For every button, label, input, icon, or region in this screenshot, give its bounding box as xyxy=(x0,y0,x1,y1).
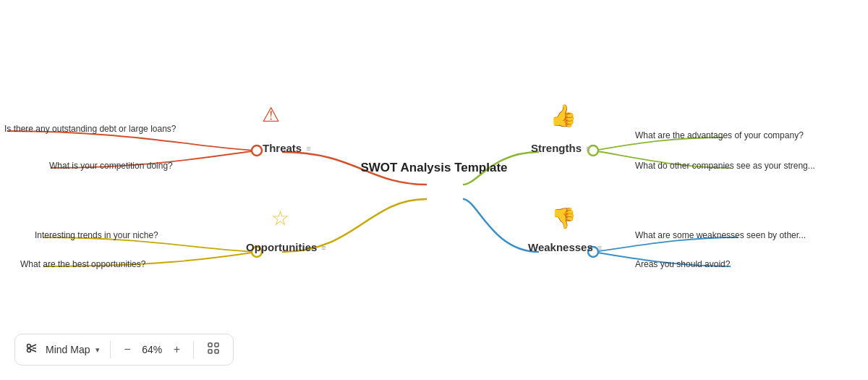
svg-point-4 xyxy=(27,344,31,347)
threats-label: Threats xyxy=(263,142,302,154)
fit-screen-button[interactable] xyxy=(204,340,223,359)
svg-point-5 xyxy=(27,348,31,352)
threats-icon: ⚠ xyxy=(262,103,280,127)
strengths-branch-2: What do other companies see as your stre… xyxy=(635,161,815,171)
opportunities-icon: ☆ xyxy=(271,206,289,230)
strengths-icon: 👍 xyxy=(550,103,576,128)
weaknesses-branch-2: Areas you should avoid? xyxy=(635,259,730,269)
opportunities-branch-2: What are the best opportunities? xyxy=(20,259,145,269)
zoom-out-button[interactable]: − xyxy=(121,342,133,358)
threats-node: Threats ≡ xyxy=(263,142,311,154)
strengths-menu[interactable]: ≡ xyxy=(586,144,590,153)
opportunities-label: Opportunities xyxy=(246,241,317,253)
zoom-in-button[interactable]: + xyxy=(171,342,183,358)
weaknesses-node: Weaknesses ≡ xyxy=(528,241,602,253)
weaknesses-label: Weaknesses xyxy=(528,241,593,253)
strengths-label: Strengths xyxy=(531,142,582,154)
weaknesses-icon: 👎 xyxy=(551,206,576,230)
svg-rect-9 xyxy=(208,343,212,347)
toolbar-divider-1 xyxy=(110,341,111,358)
mode-chevron[interactable]: ▾ xyxy=(95,345,100,355)
toolbar: Mind Map ▾ − 64% + xyxy=(14,334,234,366)
opportunities-branch-1: Interesting trends in your niche? xyxy=(35,230,158,240)
opportunities-node: Opportunities ≡ xyxy=(246,241,326,253)
mindmap-icon xyxy=(25,341,40,359)
zoom-section: − 64% + xyxy=(121,342,183,358)
threats-menu[interactable]: ≡ xyxy=(306,144,310,153)
svg-point-0 xyxy=(252,145,262,156)
threats-branch-1: Is there any outstanding debt or large l… xyxy=(4,124,176,134)
svg-rect-10 xyxy=(215,343,218,347)
mode-label[interactable]: Mind Map xyxy=(46,344,90,355)
mode-section: Mind Map ▾ xyxy=(25,341,100,359)
opportunities-menu[interactable]: ≡ xyxy=(321,243,326,252)
weaknesses-menu[interactable]: ≡ xyxy=(597,243,602,252)
diagram-title: SWOT Analysis Template xyxy=(360,159,507,177)
strengths-node: Strengths ≡ xyxy=(531,142,590,154)
svg-rect-11 xyxy=(208,350,212,353)
toolbar-divider-2 xyxy=(193,341,194,358)
weaknesses-branch-1: What are some weaknesses seen by other..… xyxy=(635,230,806,240)
threats-branch-2: What is your competition doing? xyxy=(49,161,173,171)
zoom-level: 64% xyxy=(140,344,165,355)
svg-rect-12 xyxy=(215,350,218,353)
strengths-branch-1: What are the advantages of your company? xyxy=(635,130,804,140)
